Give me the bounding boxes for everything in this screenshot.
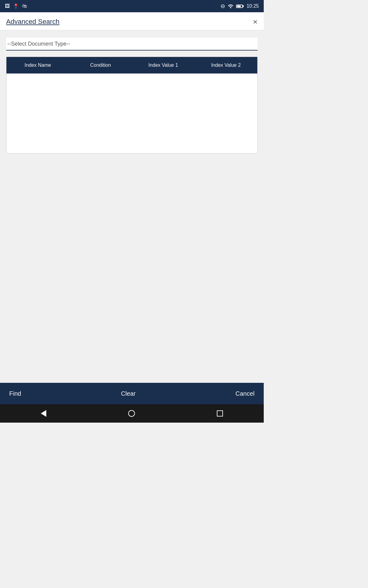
cancel-button[interactable]: Cancel	[236, 390, 255, 397]
table-header: Index Name Condition Index Value 1 Index…	[6, 57, 257, 74]
nav-back-button[interactable]	[41, 410, 46, 417]
page-title[interactable]: Advanced Search	[6, 18, 59, 26]
status-bar-left-icons: 🖼 📍 🛍	[5, 3, 27, 9]
table-body	[6, 74, 257, 153]
header: Advanced Search ×	[0, 12, 264, 30]
close-button[interactable]: ×	[253, 18, 258, 26]
wifi-icon	[228, 4, 234, 9]
find-button[interactable]: Find	[9, 390, 21, 397]
time-display: 10:25	[247, 3, 259, 9]
column-index-value-1: Index Value 1	[132, 57, 195, 74]
mute-icon: ⊖	[220, 3, 225, 9]
image-icon: 🖼	[5, 3, 10, 9]
status-bar: 🖼 📍 🛍 ⊖ 10:25	[0, 0, 264, 12]
clear-button[interactable]: Clear	[121, 390, 136, 397]
action-bar: Find Clear Cancel	[0, 383, 264, 404]
main-content: --Select Document Type-- Index Name Cond…	[0, 30, 264, 213]
nav-bar	[0, 404, 264, 423]
column-index-name: Index Name	[6, 57, 69, 74]
location-icon: 📍	[13, 3, 19, 9]
bag-icon: 🛍	[22, 3, 27, 9]
battery-icon	[236, 5, 243, 8]
column-condition: Condition	[69, 57, 132, 74]
document-type-select[interactable]: --Select Document Type--	[6, 38, 258, 51]
search-table: Index Name Condition Index Value 1 Index…	[6, 57, 258, 153]
nav-recents-button[interactable]	[217, 410, 223, 417]
column-index-value-2: Index Value 2	[195, 57, 258, 74]
svg-point-0	[230, 7, 231, 8]
nav-home-button[interactable]	[128, 410, 135, 417]
status-bar-right: ⊖ 10:25	[220, 3, 259, 9]
